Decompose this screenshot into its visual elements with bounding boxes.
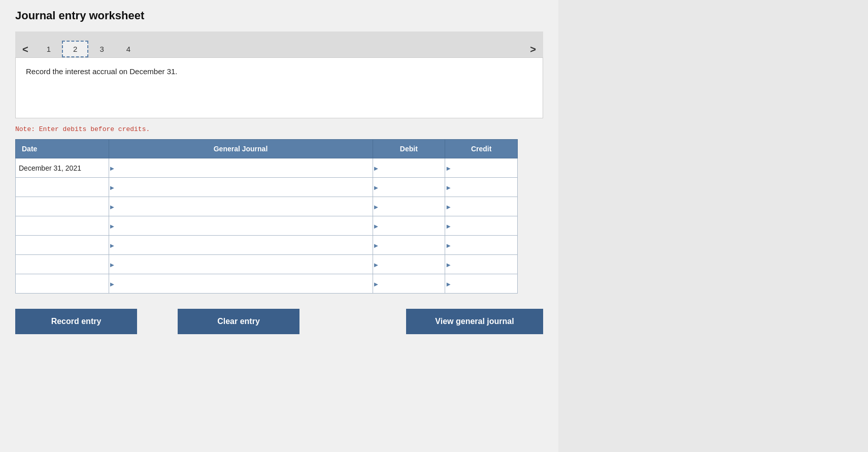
input-credit-6[interactable] (445, 255, 517, 274)
input-debit-3[interactable] (373, 197, 445, 216)
input-debit-6[interactable] (373, 255, 445, 274)
cell-debit-7[interactable]: ► (373, 274, 445, 294)
cell-date-4 (16, 216, 109, 236)
input-journal-7[interactable] (109, 274, 373, 293)
clear-entry-button[interactable]: Clear entry (178, 309, 299, 334)
cell-debit-5[interactable]: ► (373, 236, 445, 255)
table-row: ► ► ► (16, 236, 518, 255)
table-row: ► ► ► (16, 216, 518, 236)
col-header-credit: Credit (445, 140, 518, 158)
input-credit-7[interactable] (445, 274, 517, 293)
cell-debit-2[interactable]: ► (373, 178, 445, 197)
table-row: ► ► ► (16, 197, 518, 216)
table-row: ► ► ► (16, 255, 518, 274)
input-credit-3[interactable] (445, 197, 517, 216)
cell-date-2 (16, 178, 109, 197)
cell-credit-1[interactable]: ► (445, 158, 518, 178)
cell-credit-7[interactable]: ► (445, 274, 518, 294)
input-journal-3[interactable] (109, 197, 373, 216)
input-journal-2[interactable] (109, 178, 373, 197)
input-journal-4[interactable] (109, 216, 373, 235)
table-row: ► ► ► (16, 178, 518, 197)
tabs-row: < 1 2 3 4 > (15, 37, 543, 57)
description-box: Record the interest accrual on December … (15, 57, 543, 118)
input-debit-1[interactable] (373, 158, 445, 177)
input-credit-2[interactable] (445, 178, 517, 197)
cell-credit-3[interactable]: ► (445, 197, 518, 216)
cell-date-1: December 31, 2021 (16, 158, 109, 178)
journal-table: Date General Journal Debit Credit Decemb… (15, 139, 518, 294)
cell-journal-5[interactable]: ► (109, 236, 373, 255)
input-credit-4[interactable] (445, 216, 517, 235)
note-text: Note: Enter debits before credits. (15, 125, 543, 133)
cell-date-5 (16, 236, 109, 255)
cell-journal-7[interactable]: ► (109, 274, 373, 294)
col-header-journal: General Journal (109, 140, 373, 158)
cell-debit-6[interactable]: ► (373, 255, 445, 274)
col-header-date: Date (16, 140, 109, 158)
cell-debit-3[interactable]: ► (373, 197, 445, 216)
input-credit-5[interactable] (445, 236, 517, 254)
buttons-row: Record entry Clear entry View general jo… (15, 309, 543, 334)
cell-debit-4[interactable]: ► (373, 216, 445, 236)
input-journal-1[interactable] (109, 158, 373, 177)
tab-next-button[interactable]: > (523, 42, 543, 56)
record-entry-button[interactable]: Record entry (15, 309, 137, 334)
tab-4[interactable]: 4 (115, 41, 142, 57)
page-title: Journal entry worksheet (15, 9, 543, 22)
input-debit-7[interactable] (373, 274, 445, 293)
table-row: December 31, 2021 ► ► ► (16, 158, 518, 178)
input-journal-6[interactable] (109, 255, 373, 274)
col-header-debit: Debit (373, 140, 445, 158)
tab-2[interactable]: 2 (62, 41, 88, 57)
cell-journal-6[interactable]: ► (109, 255, 373, 274)
input-credit-1[interactable] (445, 158, 517, 177)
table-row: ► ► ► (16, 274, 518, 294)
cell-debit-1[interactable]: ► (373, 158, 445, 178)
tabs-container: < 1 2 3 4 > (15, 31, 543, 57)
cell-credit-2[interactable]: ► (445, 178, 518, 197)
cell-journal-2[interactable]: ► (109, 178, 373, 197)
cell-date-7 (16, 274, 109, 294)
cell-credit-5[interactable]: ► (445, 236, 518, 255)
tab-prev-button[interactable]: < (15, 42, 36, 56)
cell-journal-1[interactable]: ► (109, 158, 373, 178)
tab-1[interactable]: 1 (36, 41, 62, 57)
input-debit-5[interactable] (373, 236, 445, 254)
input-debit-2[interactable] (373, 178, 445, 197)
cell-date-3 (16, 197, 109, 216)
input-debit-4[interactable] (373, 216, 445, 235)
table-header-row: Date General Journal Debit Credit (16, 140, 518, 158)
input-journal-5[interactable] (109, 236, 373, 254)
cell-credit-4[interactable]: ► (445, 216, 518, 236)
cell-date-6 (16, 255, 109, 274)
cell-journal-3[interactable]: ► (109, 197, 373, 216)
view-general-journal-button[interactable]: View general journal (406, 309, 543, 334)
cell-credit-6[interactable]: ► (445, 255, 518, 274)
tab-3[interactable]: 3 (88, 41, 115, 57)
cell-journal-4[interactable]: ► (109, 216, 373, 236)
